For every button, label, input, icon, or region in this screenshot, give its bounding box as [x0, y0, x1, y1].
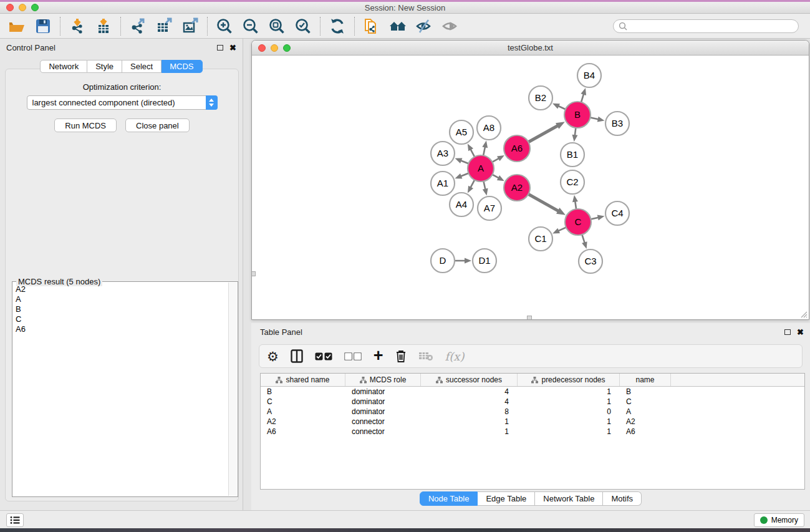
select-all-icon[interactable] — [315, 352, 332, 360]
table-cell: C — [620, 397, 671, 406]
node-label: D — [440, 255, 446, 266]
session-title: Session: New Session — [0, 3, 810, 12]
mcds-result-box: MCDS result (5 nodes) A2ABCA6 — [12, 281, 238, 497]
table-row[interactable]: Cdominator41C — [261, 397, 804, 407]
float-panel-icon[interactable] — [784, 329, 791, 335]
tab-style[interactable]: Style — [87, 60, 122, 73]
zoom-fit-icon — [268, 17, 286, 35]
optimization-criterion-dropdown[interactable]: largest connected component (directed) — [27, 95, 218, 110]
column-header-label: name — [635, 375, 654, 384]
column-header-predecessor-nodes[interactable]: predecessor nodes — [518, 374, 620, 386]
window-edge-handle[interactable] — [252, 271, 256, 276]
memory-label: Memory — [771, 516, 798, 525]
zoom-out-button[interactable] — [241, 17, 260, 36]
float-panel-icon[interactable] — [217, 45, 223, 51]
tab-edge-table[interactable]: Edge Table — [478, 491, 535, 506]
table-cell: dominator — [345, 397, 421, 406]
deselect-all-icon[interactable] — [344, 352, 362, 360]
network-window-titlebar[interactable]: testGlobe.txt — [252, 41, 809, 56]
node-label: B2 — [535, 92, 546, 103]
tab-mcds[interactable]: MCDS — [162, 60, 202, 73]
tab-node-table[interactable]: Node Table — [420, 491, 478, 506]
memory-button[interactable]: Memory — [754, 513, 804, 527]
node-table[interactable]: shared nameMCDS rolesuccessor nodesprede… — [260, 373, 805, 490]
mcds-result-list[interactable]: A2ABCA6 — [14, 284, 228, 495]
close-panel-button[interactable]: Close panel — [125, 118, 190, 132]
table-row[interactable]: Bdominator41B — [261, 387, 804, 397]
zoom-fit-button[interactable] — [268, 17, 286, 36]
table-body: Bdominator41BCdominator41CAdominator80AA… — [261, 387, 804, 437]
hide-details-button[interactable] — [415, 17, 433, 36]
table-cell: 1 — [421, 427, 518, 436]
refresh-button[interactable] — [328, 17, 347, 36]
export-network-button[interactable] — [128, 17, 147, 36]
import-network-button[interactable] — [68, 17, 87, 36]
delete-icon[interactable] — [395, 349, 407, 363]
table-row[interactable]: Adominator80A — [261, 407, 804, 417]
export-table-button[interactable] — [155, 17, 173, 36]
table-row[interactable]: A2connector11A2 — [261, 417, 804, 427]
delete-table-icon[interactable] — [418, 351, 433, 361]
table-cell: 4 — [421, 387, 518, 396]
save-button[interactable] — [34, 17, 52, 36]
open-folder-icon — [8, 17, 26, 35]
node-label: B — [574, 109, 581, 120]
add-column-icon[interactable]: + — [374, 349, 383, 363]
zoom-in-button[interactable] — [215, 17, 234, 36]
clone-network-icon — [363, 17, 380, 35]
function-builder-icon[interactable]: f(x) — [445, 350, 465, 363]
result-item[interactable]: A2 — [16, 284, 228, 294]
tab-network-table[interactable]: Network Table — [535, 491, 603, 506]
memory-status-icon — [760, 516, 768, 524]
window-edge-handle[interactable] — [527, 316, 532, 319]
node-label: B1 — [567, 149, 578, 160]
tab-select[interactable]: Select — [122, 60, 162, 73]
show-details-button[interactable] — [441, 17, 460, 36]
close-panel-icon[interactable]: ✖ — [797, 328, 804, 336]
result-scrollbar[interactable] — [228, 283, 237, 496]
column-header-label: successor nodes — [446, 375, 502, 384]
run-mcds-button[interactable]: Run MCDS — [54, 118, 117, 132]
column-header-mcds-role[interactable]: MCDS role — [345, 374, 421, 386]
import-table-button[interactable] — [94, 17, 113, 36]
column-header-label: MCDS role — [370, 375, 407, 384]
home-networks-icon — [388, 18, 407, 34]
result-item[interactable]: B — [16, 304, 228, 314]
column-selector-icon[interactable] — [291, 349, 303, 363]
search-icon — [619, 22, 627, 31]
search-input[interactable] — [630, 22, 793, 31]
settings-gear-icon[interactable]: ⚙ — [267, 350, 279, 363]
column-header-shared-name[interactable]: shared name — [261, 374, 345, 386]
close-panel-icon[interactable]: ✖ — [229, 44, 236, 52]
refresh-icon — [329, 17, 346, 35]
node-label: A — [478, 163, 484, 173]
node-label: A1 — [437, 178, 448, 188]
import-table-icon — [95, 17, 112, 35]
table-cell: connector — [345, 427, 421, 436]
export-image-button[interactable] — [181, 17, 200, 36]
main-titlebar: Session: New Session — [0, 2, 810, 14]
dropdown-value: largest connected component (directed) — [27, 98, 175, 107]
result-item[interactable]: A6 — [16, 324, 228, 334]
tab-network[interactable]: Network — [40, 60, 87, 73]
result-item[interactable]: A — [16, 294, 228, 304]
home-networks-button[interactable] — [388, 17, 407, 36]
open-button[interactable] — [7, 17, 26, 36]
edge-arrowhead — [572, 135, 578, 142]
edge-arrowhead — [597, 215, 605, 221]
table-cell: 8 — [421, 407, 518, 416]
resize-grip-icon[interactable] — [800, 311, 808, 318]
show-details-eye-icon — [441, 18, 460, 34]
zoom-selected-button[interactable] — [294, 17, 312, 36]
column-header-name[interactable]: name — [620, 374, 671, 386]
network-canvas[interactable]: B4B2BB3B1A6A8A5A3AA1A4A7A2C2CC1C4C3DD1 — [252, 56, 809, 319]
clone-network-button[interactable] — [362, 17, 381, 36]
search-field[interactable] — [613, 19, 799, 33]
dropdown-stepper-icon — [206, 95, 218, 110]
table-row[interactable]: A6connector11A6 — [261, 427, 804, 437]
result-item[interactable]: C — [16, 314, 228, 324]
tab-motifs[interactable]: Motifs — [603, 491, 642, 506]
column-header-successor-nodes[interactable]: successor nodes — [421, 374, 518, 386]
zoom-in-icon — [216, 17, 233, 35]
task-history-button[interactable] — [6, 513, 24, 527]
